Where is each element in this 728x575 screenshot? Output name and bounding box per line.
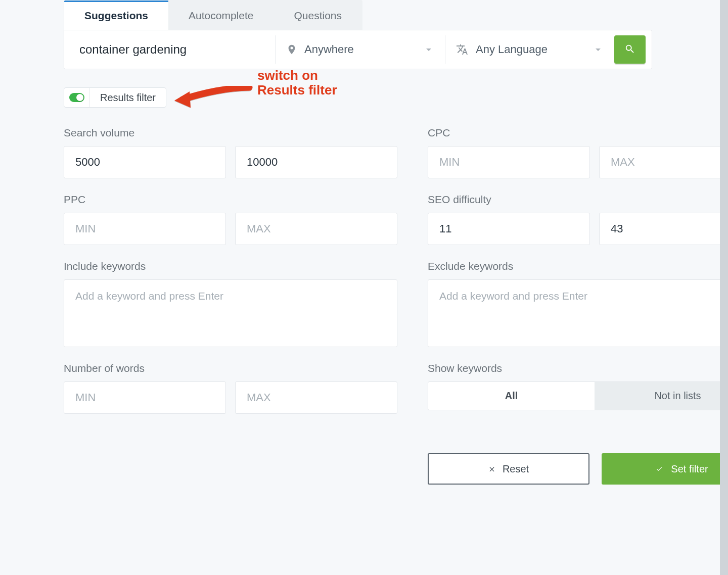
include-keywords-label: Include keywords bbox=[64, 260, 397, 272]
search-volume-group: Search volume bbox=[64, 127, 397, 178]
include-keywords-input[interactable]: Add a keyword and press Enter bbox=[64, 279, 397, 347]
check-icon bbox=[655, 463, 664, 475]
seo-difficulty-max-input[interactable] bbox=[599, 213, 728, 245]
num-words-label: Number of words bbox=[64, 362, 397, 374]
seo-difficulty-group: SEO difficulty bbox=[428, 194, 728, 245]
language-dropdown[interactable]: Any Language bbox=[451, 39, 608, 60]
page-container: Suggestions Autocomplete Questions Anywh… bbox=[55, 0, 661, 505]
divider bbox=[445, 35, 445, 64]
keyword-input[interactable] bbox=[79, 42, 269, 57]
toggle-knob bbox=[76, 94, 83, 101]
seo-difficulty-label: SEO difficulty bbox=[428, 194, 728, 206]
num-words-min-input[interactable] bbox=[64, 381, 226, 414]
tab-autocomplete[interactable]: Autocomplete bbox=[168, 1, 274, 30]
show-keywords-segmented: All Not in lists bbox=[428, 381, 728, 410]
exclude-keywords-input[interactable]: Add a keyword and press Enter bbox=[428, 279, 728, 347]
results-filter-toggle[interactable] bbox=[69, 93, 84, 102]
set-filter-label: Set filter bbox=[671, 463, 708, 475]
results-filter-toggle-box: Results filter bbox=[64, 87, 166, 108]
set-filter-button[interactable]: Set filter bbox=[602, 453, 728, 485]
seo-difficulty-min-input[interactable] bbox=[428, 213, 590, 245]
filter-toggle-row: Results filter switch on Results filter bbox=[64, 82, 652, 113]
cpc-max-input[interactable] bbox=[599, 146, 728, 178]
search-volume-min-input[interactable] bbox=[64, 146, 226, 178]
ppc-min-input[interactable] bbox=[64, 213, 226, 245]
filter-grid: Search volume CPC PPC SEO difficulty bbox=[64, 127, 652, 485]
arrow-left-icon bbox=[173, 82, 254, 113]
annotation-line2: Results filter bbox=[257, 82, 337, 98]
close-icon bbox=[488, 463, 495, 475]
annotation-line1: switch on bbox=[257, 68, 318, 83]
search-button[interactable] bbox=[614, 35, 646, 64]
toggle-cell bbox=[64, 88, 90, 107]
language-label: Any Language bbox=[476, 43, 588, 56]
filter-actions: Reset Set filter bbox=[428, 453, 728, 485]
ppc-label: PPC bbox=[64, 194, 397, 206]
tab-suggestions[interactable]: Suggestions bbox=[64, 1, 168, 30]
show-keywords-group: Show keywords All Not in lists bbox=[428, 362, 728, 414]
divider bbox=[276, 35, 276, 64]
location-label: Anywhere bbox=[304, 43, 419, 56]
exclude-keywords-group: Exclude keywords Add a keyword and press… bbox=[428, 260, 728, 347]
tabs-bar: Suggestions Autocomplete Questions bbox=[64, 0, 362, 30]
annotation: switch on Results filter bbox=[173, 82, 337, 113]
reset-label: Reset bbox=[503, 463, 529, 475]
cpc-group: CPC bbox=[428, 127, 728, 178]
show-keywords-not-in-lists[interactable]: Not in lists bbox=[595, 382, 728, 410]
annotation-text: switch on Results filter bbox=[257, 68, 337, 97]
svg-marker-0 bbox=[174, 91, 191, 108]
location-dropdown[interactable]: Anywhere bbox=[282, 38, 439, 61]
show-keywords-all[interactable]: All bbox=[428, 382, 595, 410]
num-words-group: Number of words bbox=[64, 362, 397, 414]
exclude-keywords-label: Exclude keywords bbox=[428, 260, 728, 272]
caret-down-icon bbox=[595, 45, 601, 54]
tab-questions[interactable]: Questions bbox=[274, 1, 362, 30]
results-filter-label: Results filter bbox=[90, 92, 166, 104]
cpc-label: CPC bbox=[428, 127, 728, 139]
search-volume-max-input[interactable] bbox=[235, 146, 397, 178]
ppc-group: PPC bbox=[64, 194, 397, 245]
cpc-min-input[interactable] bbox=[428, 146, 590, 178]
search-icon bbox=[624, 43, 635, 56]
reset-button[interactable]: Reset bbox=[428, 453, 589, 485]
location-pin-icon bbox=[286, 42, 297, 57]
show-keywords-label: Show keywords bbox=[428, 362, 728, 374]
ppc-max-input[interactable] bbox=[235, 213, 397, 245]
search-volume-label: Search volume bbox=[64, 127, 397, 139]
num-words-max-input[interactable] bbox=[235, 381, 397, 414]
language-translate-icon bbox=[456, 43, 469, 56]
include-keywords-group: Include keywords Add a keyword and press… bbox=[64, 260, 397, 347]
caret-down-icon bbox=[426, 45, 432, 54]
search-row: Anywhere Any Language bbox=[64, 30, 652, 69]
vertical-scrollbar[interactable] bbox=[720, 0, 728, 505]
